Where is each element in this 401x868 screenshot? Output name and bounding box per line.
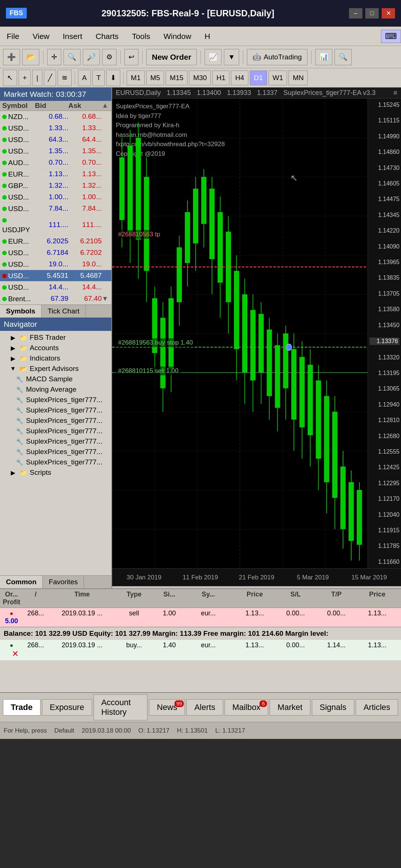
zoom-in-button[interactable]: 🔍 [63,49,81,65]
tab-mailbox[interactable]: Mailbox6 [225,699,268,716]
market-row[interactable]: EUR... 6.2025 6.2105 [0,236,111,247]
nav-item-suplex-6[interactable]: 🔧 SuplexPrices_tiger777... [0,447,111,457]
market-row[interactable]: USD... 6.7184 6.7202 [0,247,111,259]
new-chart-button[interactable]: ➕ [3,49,20,65]
tab-exposure[interactable]: Exposure [42,699,92,716]
nav-item-suplex-5[interactable]: 🔧 SuplexPrices_tiger777... [0,436,111,447]
menu-tools[interactable]: Tools [125,27,157,46]
svg-rect-53 [267,329,272,396]
market-row-selected[interactable]: USD... 5.4531 5.4687 [0,270,111,282]
svg-rect-27 [160,318,166,388]
nav-item-suplex-2[interactable]: 🔧 SuplexPrices_tiger777... [0,405,111,415]
tf-m1[interactable]: M1 [127,70,144,85]
tf-m15[interactable]: M15 [166,70,188,85]
nav-tab-common[interactable]: Common [0,576,43,588]
market-row[interactable]: USD... 64.3... 64.4... [0,134,111,145]
nav-item-indicators[interactable]: ▶ 📁 Indicators [0,353,111,364]
market-row[interactable]: NZD... 0.68... 0.68... [0,111,111,122]
nav-item-suplex-4[interactable]: 🔧 SuplexPrices_tiger777... [0,426,111,436]
more-button[interactable]: ▼ [224,49,239,65]
svg-rect-47 [242,295,247,373]
scroll-down-icon[interactable]: ▼ [102,295,109,303]
tab-market[interactable]: Market [270,699,310,716]
properties-button[interactable]: ⚙ [102,49,117,65]
order-row-buy[interactable]: ● 268... 2019.03.19 ... buy... 1.40 eur.… [0,640,401,661]
price-15: 1.13450 [369,322,400,329]
market-row[interactable]: EUR... 1.13... 1.13... [0,168,111,180]
tf-h1[interactable]: H1 [212,70,229,85]
navigator-close[interactable]: ✕ [101,320,108,329]
market-watch-close[interactable]: ✕ [101,90,108,99]
tick-chart-tab[interactable]: Tick Chart [42,305,86,318]
market-row[interactable]: USD... 1.35... 1.35... [0,145,111,157]
menu-view[interactable]: View [26,27,56,46]
price-28: 1.11785 [369,543,400,549]
tab-signals[interactable]: Signals [312,699,354,716]
tf-m5[interactable]: M5 [146,70,164,85]
nav-item-ma[interactable]: 🔧 Moving Average [0,384,111,395]
cross-tool[interactable]: + [19,70,31,86]
maximize-button[interactable]: □ [365,8,379,19]
text-tool[interactable]: A [78,70,91,86]
menu-charts[interactable]: Charts [89,27,125,46]
tab-trade[interactable]: Trade [3,699,40,716]
tf-h4[interactable]: H4 [231,70,248,85]
market-row[interactable]: Brent... 67.39 67.40 ▼ [0,293,111,305]
tab-alerts[interactable]: Alerts [186,699,223,716]
undo-button[interactable]: ↩ [124,49,138,65]
ask-cell: 1.00... [68,193,102,201]
market-row[interactable]: USDJPY 111.... 111.... [0,214,111,236]
market-row[interactable]: AUD... 0.70... 0.70... [0,157,111,168]
stats-button[interactable]: 📊 [315,49,332,65]
menu-help[interactable]: H [198,27,217,46]
nav-tab-favorites[interactable]: Favorites [43,576,84,588]
line-tool[interactable]: | [32,70,42,86]
minimize-button[interactable]: – [349,8,362,19]
close-order-icon[interactable]: ✕ [12,649,19,659]
tf-m30[interactable]: M30 [189,70,211,85]
symbols-tab[interactable]: Symbols [0,305,42,318]
tf-w1[interactable]: W1 [268,70,287,85]
wave-tool[interactable]: ≋ [58,70,72,86]
cursor-tool[interactable]: ↖ [3,70,17,86]
menu-insert[interactable]: Insert [56,27,89,46]
tab-news[interactable]: News99 [149,699,185,716]
nav-item-suplex-7[interactable]: 🔧 SuplexPrices_tiger777... [0,457,111,467]
zoom-out-button[interactable]: 🔎 [83,49,100,65]
open-button[interactable]: 📂 [22,49,39,65]
search-button[interactable]: 🔍 [335,49,352,65]
arrow-tool[interactable]: ⬇ [106,70,120,86]
menu-file[interactable]: File [0,27,26,46]
market-row[interactable]: USD... 1.33... 1.33... [0,122,111,134]
sell-label: #268810115 sell 1.00 [116,366,181,375]
label-tool[interactable]: T [92,70,105,86]
tab-account-history[interactable]: Account History [94,694,148,720]
scroll-up-icon[interactable]: ▲ [102,102,109,110]
nav-item-suplex-3[interactable]: 🔧 SuplexPrices_tiger777... [0,415,111,426]
new-order-button[interactable]: New Order [146,49,197,65]
nav-item-expert-advisors[interactable]: ▼ 📂 Expert Advisors [0,364,111,374]
autotrading-button[interactable]: 🤖 AutoTrading [247,49,307,65]
tf-mn[interactable]: MN [288,70,308,85]
chart-menu-icon[interactable]: ≡ [393,89,397,97]
crosshair-button[interactable]: ✛ [47,49,61,65]
nav-item-accounts[interactable]: ▶ 📁 Accounts [0,343,111,353]
svg-rect-59 [291,349,296,420]
market-row[interactable]: USD... 7.84... 7.84... [0,203,111,214]
market-row[interactable]: USD... 14.4... 14.4... [0,282,111,293]
menu-window[interactable]: Window [157,27,198,46]
market-row[interactable]: USD... 19.0... 19.0... [0,259,111,270]
nav-item-macd[interactable]: 🔧 MACD Sample [0,374,111,384]
tab-articles[interactable]: Articles [356,699,398,716]
nav-item-fbs-trader[interactable]: ▶ 📁 FBS Trader [0,332,111,343]
diagonal-tool[interactable]: ╱ [44,70,56,86]
tf-d1[interactable]: D1 [250,70,267,85]
nav-item-scripts[interactable]: ▶ 📁 Scripts [0,467,111,478]
close-button[interactable]: ✕ [382,8,395,19]
market-row[interactable]: GBP... 1.32... 1.32... [0,180,111,191]
market-row[interactable]: USD... 1.00... 1.00... [0,191,111,203]
order-row-sell[interactable]: ● 268... 2019.03.19 ... sell 1.00 eur...… [0,608,401,627]
close-order-btn[interactable]: ✕ [2,649,21,659]
indicator-button[interactable]: 📈 [205,49,222,65]
nav-item-suplex-1[interactable]: 🔧 SuplexPrices_tiger777... [0,395,111,405]
